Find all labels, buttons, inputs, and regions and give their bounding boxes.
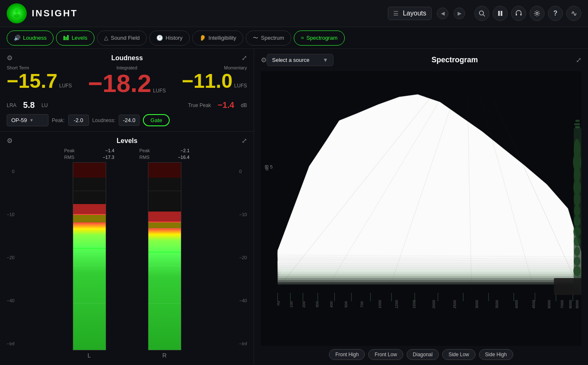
svg-line-2 <box>483 15 485 16</box>
scale-40: −40 <box>7 298 15 303</box>
levels-channels: Peak −1.4 RMS −17.3 <box>18 148 236 359</box>
svg-rect-9 <box>66 37 67 40</box>
left-panel: ⚙ Loudness ⤢ Short Term −15.7 LUFS Integ… <box>0 49 254 365</box>
svg-text:9000: 9000 <box>575 300 579 308</box>
gate-button[interactable]: Gate <box>143 114 170 126</box>
tab-soundfield[interactable]: △ Sound Field <box>97 31 147 46</box>
svg-text:400: 400 <box>329 301 333 308</box>
svg-text:1500: 1500 <box>412 300 416 308</box>
soundfield-tab-label: Sound Field <box>111 35 140 41</box>
momentary-value: −11.0 <box>182 71 232 91</box>
side-high-button[interactable]: Side High <box>479 349 513 360</box>
svg-point-85 <box>573 227 581 237</box>
svg-rect-5 <box>516 14 517 15</box>
levels-content: 0 −10 −20 −40 −Inf Peak −1.4 RMS <box>7 148 247 359</box>
spectrogram-settings-icon[interactable]: ⚙ <box>261 56 267 64</box>
loudness-label: Loudness: <box>92 117 115 123</box>
peak-label: Peak: <box>52 117 65 123</box>
nav-next-button[interactable]: ▶ <box>453 8 465 19</box>
source-dropdown-value: Select a source <box>272 57 310 63</box>
source-dropdown-arrow: ▼ <box>323 57 328 63</box>
tab-intelligibility[interactable]: 👂 Intelligibility <box>192 31 243 46</box>
preset-dropdown[interactable]: OP-59 ▼ <box>7 114 48 126</box>
svg-point-87 <box>574 247 580 256</box>
svg-point-7 <box>536 13 538 15</box>
momentary-meter: Momentary −11.0 LUFS <box>167 65 247 96</box>
lra-row: LRA 5.8 LU True Peak −1.4 dB <box>7 100 247 110</box>
channel-r-rms-label: RMS <box>140 155 150 160</box>
svg-point-86 <box>574 236 580 246</box>
loudness-tab-label: Loudness <box>23 35 46 41</box>
nav-prev-button[interactable]: ◀ <box>437 8 448 19</box>
loudness-section: ⚙ Loudness ⤢ Short Term −15.7 LUFS Integ… <box>0 49 254 132</box>
help-button[interactable]: ? <box>548 6 563 21</box>
channel-r-rms-value: −16.4 <box>178 155 190 160</box>
diagonal-button[interactable]: Diagonal <box>407 349 439 360</box>
intelligibility-tab-icon: 👂 <box>199 35 206 41</box>
front-low-button[interactable]: Front Low <box>368 349 403 360</box>
svg-text:2000: 2000 <box>432 300 436 308</box>
layouts-icon: ☰ <box>393 10 399 17</box>
pause-button[interactable] <box>493 6 508 21</box>
channel-r: Peak −2.1 RMS −16.4 <box>140 148 190 359</box>
spectrogram-tab-label: Spectrogram <box>306 35 337 41</box>
levels-right-scale: 0 −10 −20 −40 −Inf <box>236 148 247 359</box>
channel-r-peak-label: Peak <box>140 148 150 153</box>
channel-r-fill <box>148 228 181 350</box>
app-logo <box>7 3 27 23</box>
intelligibility-tab-label: Intelligibility <box>209 35 236 41</box>
loudness-value: -24.0 <box>119 115 140 126</box>
spectrum-tab-icon: 〜 <box>253 34 258 42</box>
truepeak-unit: dB <box>241 102 247 108</box>
svg-rect-76 <box>574 123 580 125</box>
layouts-bar[interactable]: ☰ Layouts <box>388 7 432 20</box>
channel-l-rms-line <box>73 248 106 249</box>
integrated-unit: LUFS <box>153 88 166 94</box>
tab-history[interactable]: 🕐 History <box>149 31 189 46</box>
scale-10: −10 <box>7 212 15 217</box>
preset-dropdown-arrow: ▼ <box>30 118 34 123</box>
tab-levels[interactable]: Levels <box>56 31 94 46</box>
tab-spectrum[interactable]: 〜 Spectrum <box>246 31 291 46</box>
svg-point-89 <box>573 266 581 276</box>
channel-l-peak-label: Peak <box>64 148 75 153</box>
levels-settings-icon[interactable]: ⚙ <box>7 137 13 145</box>
loudness-title: Loudness <box>13 54 242 62</box>
channel-r-peak-value: −2.1 <box>181 148 190 153</box>
lra-unit: LU <box>41 102 48 108</box>
rscale-20: −20 <box>239 255 247 260</box>
tab-spectrogram[interactable]: ≈ Spectrogram <box>294 31 345 46</box>
extra-button[interactable]: ∿ <box>566 6 581 21</box>
loudness-meters: Short Term −15.7 LUFS Integrated −18.2 L… <box>7 65 247 96</box>
svg-text:1000: 1000 <box>378 300 382 308</box>
levels-tab-label: Levels <box>71 35 87 41</box>
preset-value: OP-59 <box>11 117 27 123</box>
svg-rect-8 <box>64 36 65 40</box>
search-button[interactable] <box>474 6 489 21</box>
truepeak-label: True Peak <box>188 102 211 108</box>
svg-text:4500: 4500 <box>532 300 536 308</box>
short-term-meter: Short Term −15.7 LUFS <box>7 65 87 96</box>
side-low-button[interactable]: Side Low <box>442 349 475 360</box>
channel-l-fill <box>73 222 106 350</box>
loudness-expand-icon[interactable]: ⤢ <box>242 54 247 62</box>
svg-text:3000: 3000 <box>475 300 479 308</box>
front-high-button[interactable]: Front High <box>329 349 365 360</box>
spectrogram-expand-icon[interactable]: ⤢ <box>576 56 581 64</box>
loudness-tab-icon: 🔊 <box>14 35 20 41</box>
svg-rect-6 <box>520 14 522 15</box>
settings-button[interactable] <box>529 6 545 21</box>
svg-rect-4 <box>501 11 502 16</box>
history-tab-label: History <box>165 35 182 41</box>
source-dropdown[interactable]: Select a source ▼ <box>267 54 333 66</box>
loudness-settings-icon[interactable]: ⚙ <box>7 54 13 62</box>
svg-text:8000: 8000 <box>568 300 573 308</box>
tab-loudness[interactable]: 🔊 Loudness <box>7 31 53 46</box>
spectrogram-display: dB 5 Hz 100 200 300 400 500 700 1000 120… <box>261 71 581 346</box>
levels-expand-icon[interactable]: ⤢ <box>242 137 247 145</box>
channel-l-info: Peak −1.4 <box>64 148 115 153</box>
channel-r-peak-line <box>148 222 181 222</box>
spectrogram-svg: dB 5 Hz 100 200 300 400 500 700 1000 120… <box>261 71 581 346</box>
svg-text:100: 100 <box>289 301 293 308</box>
headphones-button[interactable] <box>511 6 526 21</box>
